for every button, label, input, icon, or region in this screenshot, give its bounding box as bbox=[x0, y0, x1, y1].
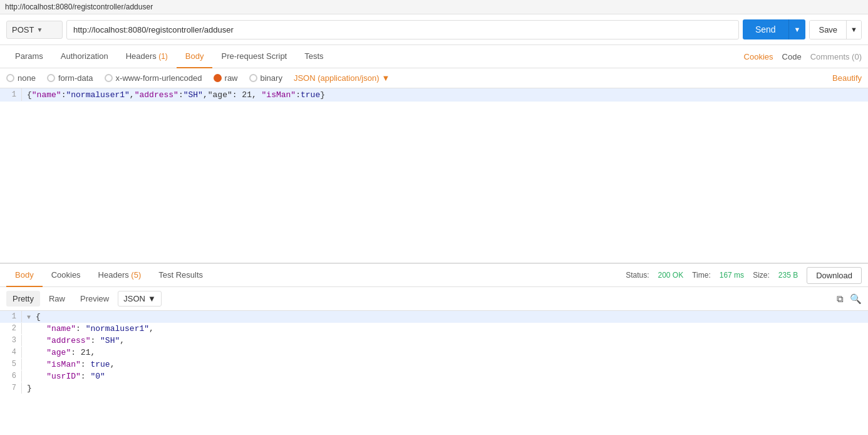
method-label: POST bbox=[12, 25, 34, 34]
cookies-link[interactable]: Cookies bbox=[744, 52, 773, 61]
time-label: Time: bbox=[692, 271, 711, 280]
resp-tab-headers[interactable]: Headers (5) bbox=[90, 264, 150, 287]
radio-dot-binary bbox=[249, 74, 257, 82]
radio-raw[interactable]: raw bbox=[214, 73, 238, 83]
format-tab-preview[interactable]: Preview bbox=[74, 291, 115, 307]
body-type-row: none form-data x-www-form-urlencoded raw… bbox=[0, 68, 868, 88]
collapse-toggle-icon[interactable]: ▼ bbox=[27, 314, 34, 321]
size-label: Size: bbox=[753, 271, 770, 280]
status-value: 200 OK bbox=[658, 271, 684, 280]
code-link[interactable]: Code bbox=[782, 52, 802, 61]
time-value: 167 ms bbox=[720, 271, 744, 280]
status-label: Status: bbox=[626, 271, 649, 280]
radio-none[interactable]: none bbox=[6, 73, 36, 83]
json-chevron-icon: ▼ bbox=[381, 73, 390, 83]
title-url: http://localhost:8080/registcontroller/a… bbox=[5, 3, 153, 11]
format-tab-raw[interactable]: Raw bbox=[43, 291, 71, 307]
url-input[interactable] bbox=[66, 20, 739, 39]
radio-x-www[interactable]: x-www-form-urlencoded bbox=[105, 73, 202, 83]
response-code-editor: 1▼ {2 "name": "normaluser1",3 "address":… bbox=[0, 311, 868, 394]
radio-binary[interactable]: binary bbox=[249, 73, 282, 83]
radio-dot-none bbox=[6, 74, 14, 82]
tab-pre-request[interactable]: Pre-request Script bbox=[212, 45, 296, 68]
title-bar: http://localhost:8080/registcontroller/a… bbox=[0, 0, 868, 14]
resp-code-line-6: 6 "usrID": "0" bbox=[0, 370, 868, 382]
resp-code-line-1: 1▼ { bbox=[0, 311, 868, 323]
resp-code-line-3: 3 "address": "SH", bbox=[0, 335, 868, 347]
radio-dot-raw bbox=[214, 74, 222, 82]
resp-tab-test-results[interactable]: Test Results bbox=[150, 264, 212, 287]
method-chevron-icon: ▼ bbox=[36, 26, 43, 33]
resp-status-area: Status: 200 OK Time: 167 ms Size: 235 B … bbox=[626, 267, 862, 284]
req-code-line-1: 1{"name":"normaluser1","address":"SH","a… bbox=[0, 88, 868, 102]
format-type-select[interactable]: JSON ▼ bbox=[118, 291, 162, 307]
send-btn-group: Send ▼ bbox=[743, 19, 806, 39]
resp-icons: ⧉ 🔍 bbox=[837, 293, 862, 305]
copy-icon[interactable]: ⧉ bbox=[837, 293, 844, 305]
resp-code-line-7: 7} bbox=[0, 382, 868, 394]
radio-dot-x-www bbox=[105, 74, 113, 82]
request-code-editor[interactable]: 1{"name":"normaluser1","address":"SH","a… bbox=[0, 88, 868, 264]
comments-link[interactable]: Comments (0) bbox=[810, 52, 862, 61]
tab-tests[interactable]: Tests bbox=[296, 45, 332, 68]
method-select[interactable]: POST ▼ bbox=[6, 21, 63, 39]
resp-tab-body[interactable]: Body bbox=[6, 264, 43, 287]
response-tabs-bar: Body Cookies Headers (5) Test Results St… bbox=[0, 264, 868, 287]
resp-code-line-5: 5 "isMan": true, bbox=[0, 359, 868, 370]
req-tab-right: Cookies Code Comments (0) bbox=[744, 52, 862, 61]
resp-tab-cookies[interactable]: Cookies bbox=[43, 264, 90, 287]
radio-dot-form-data bbox=[47, 74, 55, 82]
search-icon[interactable]: 🔍 bbox=[850, 293, 862, 305]
resp-code-line-4: 4 "age": 21, bbox=[0, 347, 868, 359]
tab-headers[interactable]: Headers (1) bbox=[117, 45, 177, 68]
tab-authorization[interactable]: Authorization bbox=[52, 45, 117, 68]
size-value: 235 B bbox=[778, 271, 798, 280]
download-button[interactable]: Download bbox=[807, 267, 862, 284]
resp-format-bar: Pretty Raw Preview JSON ▼ ⧉ 🔍 bbox=[0, 287, 868, 311]
send-dropdown-button[interactable]: ▼ bbox=[788, 19, 806, 39]
send-button[interactable]: Send bbox=[743, 19, 788, 39]
save-dropdown-button[interactable]: ▼ bbox=[846, 21, 861, 39]
resp-code-line-2: 2 "name": "normaluser1", bbox=[0, 323, 868, 335]
format-chevron-icon: ▼ bbox=[148, 294, 156, 303]
radio-form-data[interactable]: form-data bbox=[47, 73, 93, 83]
beautify-button[interactable]: Beautify bbox=[832, 73, 862, 83]
json-type-select[interactable]: JSON (application/json) ▼ bbox=[294, 73, 390, 83]
tab-params[interactable]: Params bbox=[6, 45, 52, 68]
save-button[interactable]: Save bbox=[810, 21, 846, 39]
request-tabs: Params Authorization Headers (1) Body Pr… bbox=[0, 45, 868, 68]
tab-body[interactable]: Body bbox=[177, 45, 213, 68]
save-btn-group: Save ▼ bbox=[809, 20, 862, 39]
format-tab-pretty[interactable]: Pretty bbox=[6, 291, 40, 307]
url-bar-area: POST ▼ Send ▼ Save ▼ bbox=[0, 14, 868, 45]
